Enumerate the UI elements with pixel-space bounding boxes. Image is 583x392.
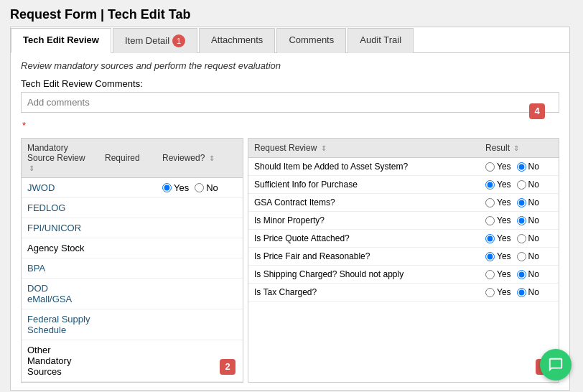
- required-cell: [99, 279, 157, 309]
- table-row: Other Mandatory Sources: [22, 340, 243, 382]
- gsa-no[interactable]: No: [517, 197, 539, 207]
- reviewed-cell: [157, 198, 243, 218]
- col-required: Required: [99, 139, 157, 178]
- result-cell: Yes No: [480, 266, 559, 284]
- source-link-jwod[interactable]: JWOD: [27, 182, 55, 193]
- subtitle: Review mandatory sources and perform the…: [21, 60, 559, 71]
- col-request-review: Request Review ⇕: [248, 139, 480, 158]
- tab-attachments[interactable]: Attachments: [199, 28, 275, 53]
- question-asset: Should Item be Added to Asset System?: [248, 158, 480, 176]
- table-row: Agency Stock: [22, 238, 243, 258]
- minor-yes[interactable]: Yes: [485, 215, 511, 225]
- pricefair-yes[interactable]: Yes: [485, 251, 511, 261]
- table-row: Is Price Fair and Reasonable? Yes No: [248, 248, 559, 266]
- tab-item-detail-badge: 1: [172, 34, 185, 47]
- required-cell: [99, 218, 157, 238]
- content-area: Review mandatory sources and perform the…: [11, 53, 569, 390]
- question-sufficient: Sufficient Info for Purchase: [248, 176, 480, 194]
- source-label-other: Other Mandatory Sources: [22, 340, 99, 382]
- table-row: Is Shipping Charged? Should not apply Ye…: [248, 266, 559, 284]
- table-row: DOD eMall/GSA: [22, 279, 243, 309]
- required-cell: [99, 340, 157, 382]
- question-price-fair: Is Price Fair and Reasonable?: [248, 248, 480, 266]
- gsa-yes[interactable]: Yes: [485, 197, 511, 207]
- required-cell: [99, 238, 157, 258]
- question-gsa: GSA Contract Items?: [248, 194, 480, 212]
- source-link-fpiunicor[interactable]: FPI/UNICOR: [27, 223, 81, 233]
- source-label-agency-stock: Agency Stock: [22, 238, 99, 258]
- result-cell: Yes No: [480, 230, 559, 248]
- required-cell: [99, 198, 157, 218]
- shipping-yes[interactable]: Yes: [485, 269, 511, 279]
- question-price-quote: Is Price Quote Attached?: [248, 230, 480, 248]
- table-row: Should Item be Added to Asset System? Ye…: [248, 158, 559, 176]
- col-mandatory-source: Mandatory Source Review ⇕: [22, 139, 99, 178]
- left-table-badge: 2: [220, 359, 235, 375]
- jwod-yes-radio[interactable]: Yes: [162, 182, 189, 193]
- two-col-layout: Mandatory Source Review ⇕ Required Revie…: [21, 138, 559, 383]
- minor-no[interactable]: No: [517, 215, 539, 225]
- table-row: Is Minor Property? Yes No: [248, 212, 559, 230]
- table-row: FEDLOG: [22, 198, 243, 218]
- fab-message-button[interactable]: [540, 349, 572, 381]
- result-cell: Yes No: [480, 284, 559, 302]
- table-row: GSA Contract Items? Yes No: [248, 194, 559, 212]
- source-link-fedlog[interactable]: FEDLOG: [27, 202, 65, 213]
- sort-icon-reviewed: ⇕: [209, 154, 215, 162]
- question-tax: Is Tax Charged?: [248, 284, 480, 302]
- sufficient-yes[interactable]: Yes: [485, 179, 511, 190]
- pricequote-yes[interactable]: Yes: [485, 233, 511, 243]
- result-cell: Yes No: [480, 194, 559, 212]
- sort-icon-review: ⇕: [321, 144, 327, 152]
- reviewed-cell: [157, 258, 243, 279]
- reviewed-cell: [157, 238, 243, 258]
- jwod-no-radio[interactable]: No: [195, 182, 218, 193]
- result-cell: Yes No: [480, 212, 559, 230]
- question-shipping: Is Shipping Charged? Should not apply: [248, 266, 480, 284]
- page-title: Request Form | Tech Edit Tab: [0, 0, 583, 27]
- tab-audit-trail[interactable]: Audit Trail: [348, 28, 414, 53]
- sort-icon-source: ⇕: [29, 164, 34, 172]
- reviewed-cell: [157, 218, 243, 238]
- asset-yes[interactable]: Yes: [485, 162, 511, 172]
- request-review-table: Request Review ⇕ Result ⇕ Should Item be…: [248, 138, 559, 383]
- comments-label: Tech Edit Review Comments:: [21, 78, 559, 89]
- source-link-dod[interactable]: DOD eMall/GSA: [27, 283, 72, 304]
- required-cell: [99, 178, 157, 198]
- main-panel: Tech Edit Review Item Detail1 Attachment…: [10, 27, 570, 391]
- table-row: Federal Supply Schedule: [22, 309, 243, 340]
- shipping-no[interactable]: No: [517, 269, 539, 279]
- pricefair-no[interactable]: No: [517, 251, 539, 261]
- table-row: BPA: [22, 258, 243, 279]
- required-star: *: [22, 120, 26, 131]
- required-cell: [99, 309, 157, 340]
- reviewed-cell: Yes No: [157, 178, 243, 198]
- required-cell: [99, 258, 157, 279]
- result-cell: Yes No: [480, 158, 559, 176]
- tab-comments[interactable]: Comments: [276, 28, 346, 53]
- result-cell: Yes No: [480, 248, 559, 266]
- asset-no[interactable]: No: [517, 162, 539, 172]
- tax-no[interactable]: No: [517, 287, 539, 297]
- tab-bar: Tech Edit Review Item Detail1 Attachment…: [11, 27, 569, 53]
- reviewed-cell: [157, 309, 243, 340]
- col-result: Result ⇕: [480, 139, 559, 158]
- table-row: Is Price Quote Attached? Yes No: [248, 230, 559, 248]
- table-row: Is Tax Charged? Yes No: [248, 284, 559, 302]
- mandatory-source-table: Mandatory Source Review ⇕ Required Revie…: [21, 138, 243, 383]
- tax-yes[interactable]: Yes: [485, 287, 511, 297]
- tab-tech-edit[interactable]: Tech Edit Review: [11, 28, 111, 53]
- result-cell: Yes No: [480, 176, 559, 194]
- table-row: Sufficient Info for Purchase Yes No: [248, 176, 559, 194]
- sufficient-no[interactable]: No: [517, 179, 539, 190]
- tab-item-detail[interactable]: Item Detail1: [113, 28, 197, 53]
- comments-input[interactable]: [21, 92, 559, 113]
- pricequote-no[interactable]: No: [517, 233, 539, 243]
- source-link-fss[interactable]: Federal Supply Schedule: [27, 314, 90, 335]
- col-reviewed: Reviewed? ⇕: [157, 139, 243, 178]
- reviewed-cell: [157, 279, 243, 309]
- table-row: JWOD Yes No: [22, 178, 243, 198]
- message-icon: [548, 357, 564, 373]
- source-link-bpa[interactable]: BPA: [27, 263, 45, 274]
- comments-badge: 4: [529, 103, 545, 119]
